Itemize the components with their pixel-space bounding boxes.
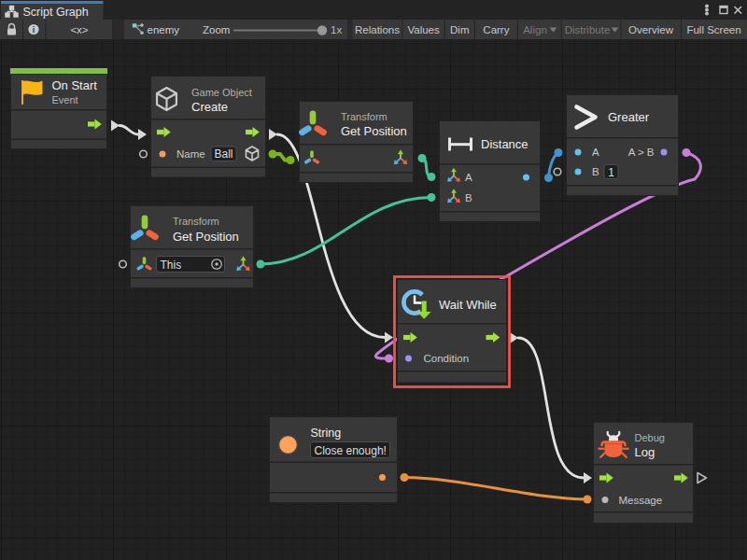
svg-text:Event: Event <box>52 94 78 105</box>
svg-text:Values: Values <box>407 24 440 35</box>
svg-text:Transform: Transform <box>341 111 388 122</box>
svg-text:A > B: A > B <box>628 147 655 158</box>
svg-text:Relations: Relations <box>355 24 400 35</box>
svg-text:A: A <box>465 172 472 183</box>
svg-text:Message: Message <box>619 495 663 506</box>
svg-text:Wait While: Wait While <box>439 298 497 312</box>
svg-text:1x: 1x <box>331 24 342 35</box>
svg-text:Full Screen: Full Screen <box>686 24 740 35</box>
svg-text:Get Position: Get Position <box>173 230 239 244</box>
svg-text:Carry: Carry <box>483 24 509 35</box>
svg-text:Distribute: Distribute <box>565 24 611 35</box>
svg-text:Condition: Condition <box>424 353 470 364</box>
svg-text:Name: Name <box>176 148 205 160</box>
svg-text:This: This <box>161 259 182 272</box>
svg-text:Align: Align <box>523 24 547 35</box>
svg-text:Dim: Dim <box>450 24 469 35</box>
svg-text:Ball: Ball <box>214 147 233 161</box>
svg-text:Greater: Greater <box>608 110 650 124</box>
svg-text:Get Position: Get Position <box>341 124 407 138</box>
svg-text:Script Graph: Script Graph <box>23 6 89 19</box>
svg-text:enemy: enemy <box>148 24 180 35</box>
svg-text:Zoom: Zoom <box>203 24 230 35</box>
svg-text:<x>: <x> <box>70 24 88 35</box>
svg-text:Overview: Overview <box>628 24 674 35</box>
svg-text:i: i <box>33 25 35 35</box>
svg-text:Transform: Transform <box>173 216 219 227</box>
svg-text:A: A <box>592 147 599 158</box>
svg-text:Create: Create <box>191 100 228 114</box>
svg-text:Debug: Debug <box>635 432 665 443</box>
svg-text:Log: Log <box>635 445 655 459</box>
svg-text:Close enough!: Close enough! <box>315 444 387 457</box>
svg-text:Game Object: Game Object <box>191 87 252 98</box>
svg-text:String: String <box>311 427 342 440</box>
svg-text:Distance: Distance <box>481 137 529 151</box>
svg-text:B: B <box>465 192 472 203</box>
svg-text:On Start: On Start <box>52 78 98 92</box>
svg-text:B: B <box>592 166 599 177</box>
svg-text:1: 1 <box>608 166 614 179</box>
